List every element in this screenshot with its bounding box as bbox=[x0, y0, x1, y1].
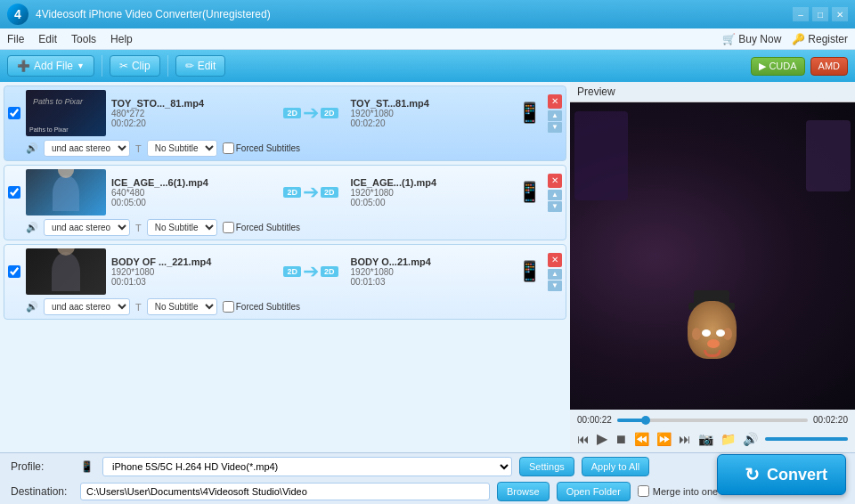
menu-edit[interactable]: Edit bbox=[38, 33, 57, 45]
device-icon: 📱 bbox=[516, 102, 542, 125]
register-link[interactable]: 🔑 Register bbox=[792, 33, 848, 45]
settings-button[interactable]: Settings bbox=[519, 457, 574, 476]
cuda-button[interactable]: ▶ CUDA bbox=[751, 57, 804, 76]
clip-button[interactable]: ✂ Clip bbox=[110, 55, 160, 77]
subtitle-select[interactable]: No Subtitle bbox=[147, 219, 217, 236]
remove-item-button[interactable]: ✕ bbox=[548, 94, 562, 109]
apply-to-all-button[interactable]: Apply to All bbox=[582, 457, 649, 476]
move-down-button[interactable]: ▼ bbox=[548, 280, 562, 291]
source-2d-badge: 2D bbox=[283, 187, 301, 198]
menu-file[interactable]: File bbox=[7, 33, 24, 45]
toolbar: ➕ Add File ▼ ✂ Clip ✏ Edit ▶ CUDA AMD bbox=[0, 50, 855, 82]
audio-select[interactable]: und aac stereo bbox=[44, 298, 130, 315]
audio-select[interactable]: und aac stereo bbox=[44, 140, 130, 157]
convert-button[interactable]: ↻ Convert bbox=[717, 454, 846, 495]
move-down-button[interactable]: ▼ bbox=[548, 201, 562, 212]
skip-prev-button[interactable]: ⏪ bbox=[634, 432, 649, 446]
toolbar-right: ▶ CUDA AMD bbox=[751, 57, 848, 76]
source-duration: 00:02:20 bbox=[111, 118, 271, 128]
item-controls: ✕ ▲ ▼ bbox=[548, 253, 562, 291]
folder-button[interactable]: 📁 bbox=[721, 432, 736, 446]
convert-icon: ↻ bbox=[745, 464, 760, 485]
file-item-bottom: 🔊 und aac stereo T No Subtitle Forced Su… bbox=[8, 140, 562, 157]
output-2d-badge: 2D bbox=[321, 108, 338, 118]
browse-button[interactable]: Browse bbox=[497, 482, 550, 501]
preview-label: Preview bbox=[570, 82, 855, 102]
file-source-info: BODY OF ..._221.mp4 1920*1080 00:01:03 bbox=[111, 256, 271, 287]
open-folder-button[interactable]: Open Folder bbox=[557, 482, 631, 501]
toy-ear-left bbox=[692, 328, 701, 340]
subtitle-select[interactable]: No Subtitle bbox=[147, 140, 217, 157]
close-button[interactable]: ✕ bbox=[832, 7, 848, 21]
toy-figure bbox=[677, 283, 748, 363]
move-up-button[interactable]: ▲ bbox=[548, 110, 562, 121]
volume-icon: 🔊 bbox=[743, 432, 758, 446]
source-resolution: 640*480 bbox=[111, 188, 271, 198]
preview-controls: 00:00:22 00:02:20 ⏮ ▶ ⏹ ⏪ ⏩ ⏭ 📷 📁 🔊 bbox=[570, 410, 855, 452]
source-2d-badge: 2D bbox=[283, 108, 301, 118]
add-file-dropdown-icon[interactable]: ▼ bbox=[77, 61, 85, 70]
file-source-info: TOY_STO..._81.mp4 480*272 00:02:20 bbox=[111, 98, 271, 128]
file-item: ICE_AGE_...6(1).mp4 640*480 00:05:00 2D … bbox=[4, 165, 566, 240]
move-down-button[interactable]: ▼ bbox=[548, 122, 562, 133]
destination-input[interactable] bbox=[80, 483, 490, 500]
thumb-label: Paths to Pixar bbox=[28, 125, 70, 134]
forced-sub-checkbox[interactable] bbox=[223, 222, 234, 233]
arrow-box: 2D ➔ 2D bbox=[283, 181, 338, 204]
forced-subtitles: Forced Subtitles bbox=[223, 301, 300, 313]
remove-item-button[interactable]: ✕ bbox=[548, 174, 562, 188]
file-item-bottom: 🔊 und aac stereo T No Subtitle Forced Su… bbox=[8, 298, 562, 315]
file-checkbox[interactable] bbox=[8, 265, 20, 278]
toy-mouth bbox=[704, 350, 721, 357]
total-time: 00:02:20 bbox=[813, 415, 848, 425]
forced-sub-checkbox[interactable] bbox=[223, 301, 234, 313]
volume-bar[interactable] bbox=[765, 437, 848, 441]
buy-now-link[interactable]: 🛒 Buy Now bbox=[722, 33, 781, 45]
file-item-top: BODY OF ..._221.mp4 1920*1080 00:01:03 2… bbox=[8, 248, 562, 295]
arrow-box: 2D ➔ 2D bbox=[283, 260, 338, 283]
subtitle-select[interactable]: No Subtitle bbox=[147, 298, 217, 315]
source-resolution: 480*272 bbox=[111, 109, 271, 118]
add-file-button[interactable]: ➕ Add File ▼ bbox=[7, 55, 94, 77]
menu-tools[interactable]: Tools bbox=[71, 33, 96, 45]
menu-help[interactable]: Help bbox=[110, 33, 133, 45]
merge-checkbox[interactable] bbox=[638, 485, 649, 497]
audio-select[interactable]: und aac stereo bbox=[44, 219, 130, 236]
profile-select[interactable]: iPhone 5S/5C H.264 HD Video(*.mp4) bbox=[102, 457, 512, 476]
progress-bar[interactable] bbox=[617, 419, 808, 422]
skip-start-button[interactable]: ⏮ bbox=[577, 432, 590, 446]
edit-icon: ✏ bbox=[185, 60, 194, 72]
source-duration: 00:01:03 bbox=[111, 277, 271, 287]
file-checkbox[interactable] bbox=[8, 186, 20, 199]
forced-sub-checkbox[interactable] bbox=[223, 142, 234, 154]
skip-next-button[interactable]: ⏩ bbox=[656, 432, 672, 446]
file-checkbox[interactable] bbox=[8, 107, 20, 119]
screenshot-button[interactable]: 📷 bbox=[698, 432, 713, 446]
maximize-button[interactable]: □ bbox=[812, 7, 828, 21]
move-up-button[interactable]: ▲ bbox=[548, 269, 562, 280]
output-filename: ICE_AGE...(1).mp4 bbox=[351, 177, 510, 188]
toy-eye-left bbox=[702, 329, 711, 337]
file-output-info: BODY O...21.mp4 1920*1080 00:01:03 bbox=[351, 256, 510, 287]
toy-nose bbox=[707, 339, 720, 348]
output-duration: 00:01:03 bbox=[351, 277, 510, 287]
forced-subtitles: Forced Subtitles bbox=[223, 222, 300, 233]
titlebar: 4 4Videosoft iPhone Video Converter(Unre… bbox=[0, 0, 855, 28]
output-duration: 00:02:20 bbox=[351, 118, 510, 128]
cuda-icon: ▶ bbox=[759, 61, 766, 72]
stop-button[interactable]: ⏹ bbox=[615, 432, 627, 446]
play-button[interactable]: ▶ bbox=[597, 430, 607, 447]
volume-fill bbox=[765, 437, 848, 441]
edit-button[interactable]: ✏ Edit bbox=[175, 55, 226, 77]
convert-arrow: 2D ➔ 2D bbox=[276, 102, 345, 125]
minimize-button[interactable]: – bbox=[793, 7, 809, 21]
amd-button[interactable]: AMD bbox=[810, 57, 848, 76]
output-duration: 00:05:00 bbox=[351, 198, 510, 207]
remove-item-button[interactable]: ✕ bbox=[548, 253, 562, 267]
skip-end-button[interactable]: ⏭ bbox=[679, 432, 691, 446]
source-resolution: 1920*1080 bbox=[111, 267, 271, 277]
file-source-info: ICE_AGE_...6(1).mp4 640*480 00:05:00 bbox=[111, 177, 271, 207]
move-up-button[interactable]: ▲ bbox=[548, 190, 562, 200]
toolbar-separator bbox=[102, 55, 102, 77]
file-output-info: ICE_AGE...(1).mp4 1920*1080 00:05:00 bbox=[351, 177, 510, 207]
